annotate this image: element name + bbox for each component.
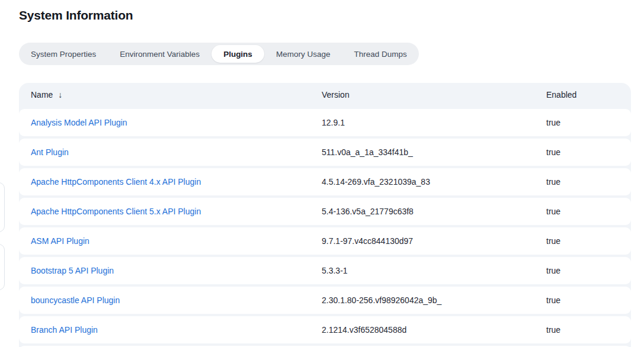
plugin-version: 9.7.1-97.v4cc844130d97 [322, 236, 546, 246]
table-row: bouncycastle API Plugin 2.30.1.80-256.vf… [19, 287, 631, 314]
plugin-link[interactable]: Apache HttpComponents Client 4.x API Plu… [31, 177, 201, 187]
table-row: Bootstrap 5 API Plugin 5.3.3-1 true [19, 257, 631, 284]
column-header-enabled[interactable]: Enabled [546, 90, 631, 99]
plugin-link[interactable]: Ant Plugin [31, 147, 69, 157]
plugin-enabled: true [546, 147, 631, 157]
table-row: Branch API Plugin 2.1214.v3f652804588d t… [19, 316, 631, 343]
plugin-link[interactable]: Branch API Plugin [31, 325, 98, 335]
table-row: Ant Plugin 511.v0a_a_1a_334f41b_ true [19, 139, 631, 166]
plugin-link[interactable]: Apache HttpComponents Client 5.x API Plu… [31, 207, 201, 216]
tab-system-properties[interactable]: System Properties [19, 43, 108, 65]
plugin-enabled: true [546, 236, 631, 246]
plugin-enabled: true [546, 266, 631, 275]
page-title: System Information [19, 8, 133, 23]
plugin-enabled: true [546, 177, 631, 187]
column-header-name-label: Name [31, 90, 53, 99]
sort-descending-icon: ↓ [58, 90, 62, 99]
plugin-version: 2.30.1.80-256.vf98926042a_9b_ [322, 295, 546, 305]
plugin-enabled: true [546, 325, 631, 335]
section-tabbar: System Properties Environment Variables … [19, 43, 419, 65]
plugin-enabled: true [546, 295, 631, 305]
cutoff-panel-outline-bottom [0, 244, 5, 290]
column-header-enabled-label: Enabled [546, 90, 576, 99]
table-row: Apache HttpComponents Client 5.x API Plu… [19, 198, 631, 225]
tab-plugins[interactable]: Plugins [212, 45, 264, 63]
column-header-name[interactable]: Name ↓ [31, 90, 322, 99]
table-row: Analysis Model API Plugin 12.9.1 true [19, 109, 631, 136]
table-row: Apache HttpComponents Client 4.x API Plu… [19, 168, 631, 195]
tab-environment-variables[interactable]: Environment Variables [108, 43, 212, 65]
plugin-version: 2.1214.v3f652804588d [322, 325, 546, 335]
plugin-enabled: true [546, 207, 631, 216]
table-row: ASM API Plugin 9.7.1-97.v4cc844130d97 tr… [19, 227, 631, 255]
plugin-link[interactable]: Analysis Model API Plugin [31, 118, 127, 127]
tab-memory-usage[interactable]: Memory Usage [264, 43, 342, 65]
table-header-row: Name ↓ Version Enabled [19, 83, 631, 107]
cutoff-panel-outline-top [0, 182, 5, 232]
plugin-version: 4.5.14-269.vfa_2321039a_83 [322, 177, 546, 187]
column-header-version-label: Version [322, 90, 350, 99]
plugin-enabled: true [546, 118, 631, 127]
plugin-link[interactable]: ASM API Plugin [31, 236, 89, 246]
tab-thread-dumps[interactable]: Thread Dumps [342, 43, 418, 65]
plugin-link[interactable]: Bootstrap 5 API Plugin [31, 266, 114, 275]
plugin-version: 5.3.3-1 [322, 266, 546, 275]
plugin-version: 5.4-136.v5a_21779c63f8 [322, 207, 546, 216]
plugins-table: Name ↓ Version Enabled Analysis Model AP… [19, 83, 631, 347]
plugin-version: 12.9.1 [322, 118, 546, 127]
plugin-link[interactable]: bouncycastle API Plugin [31, 295, 120, 305]
plugin-version: 511.v0a_a_1a_334f41b_ [322, 147, 546, 157]
column-header-version[interactable]: Version [322, 90, 546, 99]
